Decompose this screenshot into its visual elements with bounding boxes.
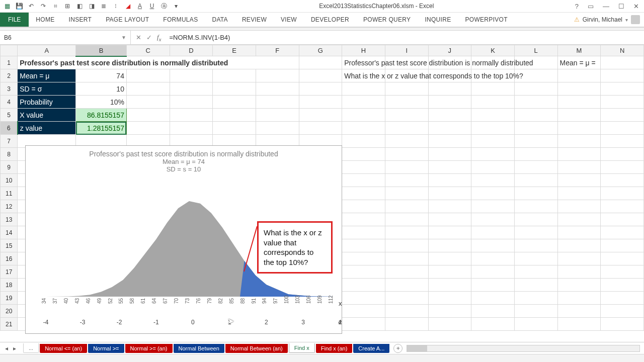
col-G[interactable]: G <box>299 45 342 56</box>
row-21[interactable]: 21 <box>1 318 18 331</box>
user-menu-icon[interactable]: ▾ <box>625 17 628 23</box>
cell[interactable] <box>385 292 428 305</box>
cell[interactable] <box>514 161 557 174</box>
cell[interactable] <box>514 252 557 265</box>
redo-icon[interactable]: ↷ <box>39 2 47 10</box>
cell[interactable] <box>126 122 170 135</box>
cell[interactable] <box>514 122 557 135</box>
cell[interactable] <box>471 305 515 318</box>
row-18[interactable]: 18 <box>1 279 18 292</box>
cell[interactable] <box>428 122 471 135</box>
cell[interactable] <box>342 279 385 292</box>
cell[interactable] <box>557 305 601 318</box>
col-F[interactable]: F <box>256 45 299 56</box>
col-C[interactable]: C <box>126 45 170 56</box>
cell[interactable] <box>471 200 515 213</box>
cell[interactable] <box>557 148 601 161</box>
horizontal-scrollbar[interactable] <box>407 345 640 352</box>
qat-more-icon[interactable]: ▾ <box>172 2 180 10</box>
sheet-tab[interactable]: Find x <box>289 343 315 353</box>
cell[interactable] <box>170 96 213 109</box>
cell[interactable] <box>256 82 299 96</box>
sheet-tab[interactable]: Normal Between (an) <box>225 344 288 353</box>
qat-icon[interactable]: ⁝ <box>112 2 120 10</box>
sheet-tab[interactable]: ... <box>23 343 39 353</box>
cell[interactable] <box>471 96 515 109</box>
tab-page-layout[interactable]: PAGE LAYOUT <box>99 13 156 27</box>
tab-home[interactable]: HOME <box>29 13 61 27</box>
cell[interactable] <box>557 239 601 252</box>
cell[interactable] <box>601 265 644 279</box>
cell[interactable] <box>557 122 601 135</box>
col-J[interactable]: J <box>428 45 471 56</box>
cell[interactable] <box>213 96 256 109</box>
cell[interactable]: 1.28155157 <box>76 122 127 135</box>
row-13[interactable]: 13 <box>1 213 18 226</box>
tab-formulas[interactable]: FORMULAS <box>156 13 205 27</box>
row-5[interactable]: 5 <box>1 109 18 122</box>
cell[interactable] <box>514 305 557 318</box>
sheet-tab[interactable]: Normal >= <box>88 344 124 353</box>
cell[interactable] <box>385 96 428 109</box>
cell[interactable] <box>471 109 515 122</box>
sheet-nav[interactable]: ◂ ▸ <box>0 345 21 352</box>
tab-inquire[interactable]: INQUIRE <box>418 13 458 27</box>
cell[interactable] <box>342 305 385 318</box>
cell[interactable] <box>514 96 557 109</box>
cell[interactable] <box>601 226 644 239</box>
cell[interactable] <box>471 318 515 331</box>
row-3[interactable]: 3 <box>1 82 18 96</box>
qat-icon[interactable]: ◧ <box>75 2 84 10</box>
cell[interactable] <box>471 252 515 265</box>
qat-icon[interactable]: ⌗ <box>51 2 59 10</box>
cell[interactable] <box>342 187 385 200</box>
cell[interactable] <box>557 187 601 200</box>
cell[interactable] <box>514 174 557 187</box>
cell[interactable] <box>385 200 428 213</box>
cell[interactable] <box>471 213 515 226</box>
cell[interactable] <box>557 252 601 265</box>
cell[interactable] <box>170 122 213 135</box>
select-all-corner[interactable] <box>1 45 18 56</box>
row-10[interactable]: 10 <box>1 174 18 187</box>
cell[interactable] <box>471 292 515 305</box>
cell[interactable] <box>256 96 299 109</box>
fx-icon[interactable]: fx <box>157 33 161 42</box>
underline-icon[interactable]: U <box>148 2 156 10</box>
cell[interactable] <box>471 148 515 161</box>
cell[interactable] <box>428 174 471 187</box>
cell[interactable] <box>601 292 644 305</box>
qat-icon[interactable]: ≣ <box>100 2 108 10</box>
cell[interactable] <box>471 161 515 174</box>
cell[interactable] <box>471 279 515 292</box>
cell[interactable]: 10 <box>76 82 127 96</box>
cell[interactable] <box>557 226 601 239</box>
cell[interactable] <box>601 252 644 265</box>
cell[interactable]: SD = σ <box>18 82 76 96</box>
cell[interactable] <box>342 96 385 109</box>
cell[interactable] <box>342 213 385 226</box>
cell[interactable] <box>557 318 601 331</box>
cell[interactable] <box>385 239 428 252</box>
cell[interactable]: Probability <box>18 96 76 109</box>
cell[interactable] <box>428 305 471 318</box>
column-headers[interactable]: A B C D E F G H I J K L M N <box>1 45 644 56</box>
cell[interactable] <box>601 56 644 69</box>
sheet-nav-prev-icon[interactable]: ◂ <box>3 345 10 352</box>
row-12[interactable]: 12 <box>1 200 18 213</box>
cell[interactable] <box>557 265 601 279</box>
cell[interactable] <box>557 200 601 213</box>
cell[interactable] <box>342 292 385 305</box>
cancel-formula-icon[interactable]: ✕ <box>136 34 141 41</box>
qat-icon[interactable]: ◨ <box>88 2 96 10</box>
cell[interactable] <box>557 109 601 122</box>
row-16[interactable]: 16 <box>1 252 18 265</box>
cell[interactable] <box>342 226 385 239</box>
cell[interactable] <box>385 213 428 226</box>
cell[interactable] <box>342 109 385 122</box>
qat-icon[interactable]: ⊞ <box>63 2 71 10</box>
save-icon[interactable]: 💾 <box>15 2 23 10</box>
row-9[interactable]: 9 <box>1 161 18 174</box>
cell[interactable] <box>428 161 471 174</box>
cell[interactable]: Mean = μ <box>18 69 76 82</box>
